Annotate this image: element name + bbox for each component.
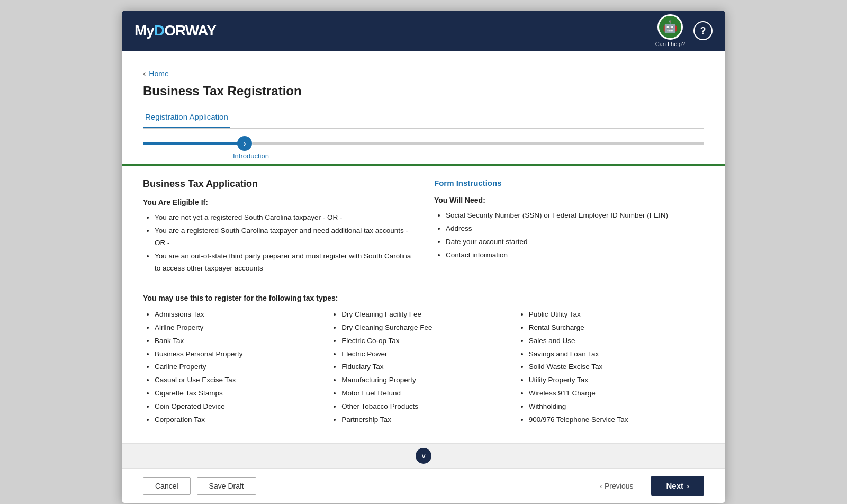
chatbot-icon: 🤖 <box>657 14 683 40</box>
tax-col-1: Admissions Tax Airline Property Bank Tax… <box>143 309 330 435</box>
list-item: Address <box>446 223 704 235</box>
list-item: You are not yet a registered South Carol… <box>155 212 413 224</box>
list-item: Other Tobacco Products <box>341 401 511 413</box>
section-title: Business Tax Application <box>143 178 413 190</box>
chatbot-label: Can I help? <box>655 41 685 47</box>
list-item: Airline Property <box>155 322 325 334</box>
need-title: You Will Need: <box>434 196 704 204</box>
next-button[interactable]: Next › <box>651 476 704 496</box>
list-item: Withholding <box>529 401 699 413</box>
cancel-button[interactable]: Cancel <box>143 477 191 495</box>
logo: MyDORWAY <box>134 22 216 39</box>
breadcrumb-arrow: ‹ <box>143 69 146 78</box>
previous-label: Previous <box>605 482 633 490</box>
footer: Cancel Save Draft ‹ Previous Next › <box>122 468 725 503</box>
list-item: Public Utility Tax <box>529 309 699 321</box>
tax-types-grid: Admissions Tax Airline Property Bank Tax… <box>143 309 704 435</box>
list-item: Fiduciary Tax <box>341 361 511 373</box>
tax-types-title: You may use this to register for the fol… <box>143 294 704 302</box>
progress-track: › <box>143 137 704 150</box>
page-title: Business Tax Registration <box>143 84 704 98</box>
progress-label: Introduction <box>233 152 269 160</box>
list-item: Bank Tax <box>155 335 325 347</box>
header: MyDORWAY 🤖 Can I help? ? <box>122 11 725 51</box>
list-item: You are an out-of-state third party prep… <box>155 250 413 275</box>
form-left: Business Tax Application You Are Eligibl… <box>143 178 413 283</box>
list-item: You are a registered South Carolina taxp… <box>155 225 413 249</box>
footer-left: Cancel Save Draft <box>143 477 256 495</box>
need-list: Social Security Number (SSN) or Federal … <box>434 210 704 262</box>
list-item: Electric Co-op Tax <box>341 335 511 347</box>
next-arrow: › <box>687 481 689 490</box>
list-item: Business Personal Property <box>155 348 325 361</box>
scroll-down-button[interactable]: ∨ <box>416 448 431 464</box>
tabs: Registration Application <box>143 108 704 129</box>
list-item: Admissions Tax <box>155 309 325 321</box>
scroll-indicator: ∨ <box>122 443 725 468</box>
progress-remaining <box>252 142 704 145</box>
list-item: Utility Property Tax <box>529 374 699 386</box>
breadcrumb-home: Home <box>149 69 168 78</box>
form-instructions-link[interactable]: Form Instructions <box>434 178 704 187</box>
list-item: Corporation Tax <box>155 414 325 426</box>
prev-arrow: ‹ <box>600 482 602 490</box>
tax-list-2: Dry Cleaning Facility Fee Dry Cleaning S… <box>330 309 511 426</box>
tax-list-1: Admissions Tax Airline Property Bank Tax… <box>143 309 325 426</box>
previous-button[interactable]: ‹ Previous <box>590 478 643 494</box>
list-item: Sales and Use <box>529 335 699 347</box>
list-item: Cigarette Tax Stamps <box>155 388 325 400</box>
header-right: 🤖 Can I help? ? <box>655 14 713 47</box>
eligible-list: You are not yet a registered South Carol… <box>143 212 413 275</box>
list-item: Contact information <box>446 249 704 262</box>
main-content: ‹ Home Business Tax Registration Registr… <box>122 51 725 164</box>
tax-col-2: Dry Cleaning Facility Fee Dry Cleaning S… <box>330 309 517 435</box>
form-right: Form Instructions You Will Need: Social … <box>434 178 704 283</box>
list-item: Motor Fuel Refund <box>341 388 511 400</box>
list-item: Social Security Number (SSN) or Federal … <box>446 210 704 222</box>
progress-section: › Introduction <box>143 129 704 164</box>
list-item: Carline Property <box>155 361 325 373</box>
app-window: MyDORWAY 🤖 Can I help? ? ‹ Home Business… <box>122 11 725 503</box>
list-item: 900/976 Telephone Service Tax <box>529 414 699 426</box>
list-item: Date your account started <box>446 236 704 248</box>
progress-dot: › <box>237 136 252 151</box>
list-item: Coin Operated Device <box>155 401 325 413</box>
form-body: Business Tax Application You Are Eligibl… <box>143 166 704 289</box>
list-item: Electric Power <box>341 348 511 361</box>
footer-right: ‹ Previous Next › <box>590 476 704 496</box>
list-item: Manufacturing Property <box>341 374 511 386</box>
save-draft-button[interactable]: Save Draft <box>197 477 256 495</box>
list-item: Savings and Loan Tax <box>529 348 699 361</box>
help-button[interactable]: ? <box>693 21 713 40</box>
list-item: Dry Cleaning Surcharge Fee <box>341 322 511 334</box>
list-item: Rental Surcharge <box>529 322 699 334</box>
list-item: Casual or Use Excise Tax <box>155 374 325 386</box>
breadcrumb[interactable]: ‹ Home <box>143 61 704 84</box>
eligible-title: You Are Eligible If: <box>143 198 413 206</box>
next-label: Next <box>666 481 683 490</box>
chatbot-button[interactable]: 🤖 Can I help? <box>655 14 685 47</box>
tax-col-3: Public Utility Tax Rental Surcharge Sale… <box>517 309 704 435</box>
list-item: Partnership Tax <box>341 414 511 426</box>
list-item: Wireless 911 Charge <box>529 388 699 400</box>
tax-types-section: You may use this to register for the fol… <box>143 289 704 443</box>
list-item: Dry Cleaning Facility Fee <box>341 309 511 321</box>
progress-filled <box>143 142 238 145</box>
list-item: Solid Waste Excise Tax <box>529 361 699 373</box>
tab-registration-application[interactable]: Registration Application <box>143 108 230 128</box>
tax-list-3: Public Utility Tax Rental Surcharge Sale… <box>517 309 699 426</box>
